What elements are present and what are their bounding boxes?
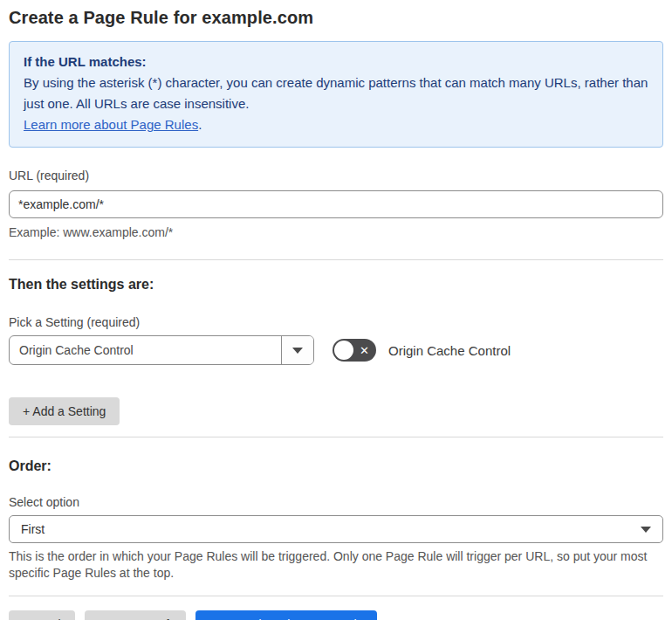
footer-actions: Cancel Save as Draft Save and Deploy Pag…: [9, 610, 663, 620]
info-box-body: By using the asterisk (*) character, you…: [24, 72, 648, 114]
divider: [9, 259, 663, 260]
link-period: .: [198, 117, 202, 132]
order-select-label: Select option: [9, 494, 663, 510]
chevron-down-icon: [292, 348, 303, 354]
toggle-label: Origin Cache Control: [388, 343, 511, 358]
page-title: Create a Page Rule for example.com: [9, 5, 663, 30]
origin-cache-control-toggle-group: ✕ Origin Cache Control: [333, 339, 511, 362]
url-example-helper: Example: www.example.com/*: [9, 224, 663, 241]
order-section-heading: Order:: [9, 458, 663, 475]
pick-setting-label: Pick a Setting (required): [9, 314, 663, 330]
toggle-off-x-icon: ✕: [360, 339, 369, 362]
origin-cache-control-toggle[interactable]: ✕: [333, 339, 376, 362]
add-setting-button[interactable]: + Add a Setting: [9, 397, 120, 425]
url-input[interactable]: [9, 190, 663, 218]
save-as-draft-button[interactable]: Save as Draft: [85, 610, 187, 620]
setting-select[interactable]: Origin Cache Control: [9, 335, 314, 365]
create-page-rule-form: Create a Page Rule for example.com If th…: [0, 0, 672, 620]
info-box-heading: If the URL matches:: [24, 52, 648, 72]
cancel-button[interactable]: Cancel: [9, 610, 75, 620]
setting-select-value: Origin Cache Control: [10, 336, 281, 364]
divider: [9, 437, 663, 437]
save-and-deploy-button[interactable]: Save and Deploy Page Rule: [195, 610, 377, 620]
settings-section-heading: Then the settings are:: [9, 276, 663, 293]
learn-more-link[interactable]: Learn more about Page Rules: [24, 117, 198, 132]
url-field-label: URL (required): [9, 168, 663, 183]
order-helper-text: This is the order in which your Page Rul…: [9, 548, 663, 581]
setting-row: Origin Cache Control ✕ Origin Cache Cont…: [9, 335, 663, 365]
url-match-info-box: If the URL matches: By using the asteris…: [9, 41, 663, 148]
chevron-down-icon: [641, 527, 651, 533]
divider: [9, 596, 663, 596]
order-select-value: First: [21, 522, 45, 536]
order-select[interactable]: First: [9, 515, 663, 543]
toggle-knob: [334, 341, 353, 360]
setting-select-arrow-button[interactable]: [281, 336, 313, 364]
info-box-link-line: Learn more about Page Rules.: [24, 114, 648, 135]
